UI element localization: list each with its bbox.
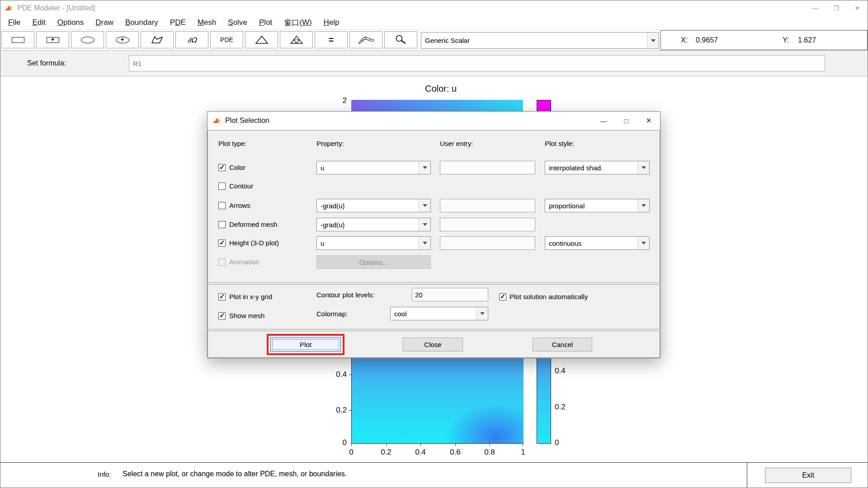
application-mode-dropdown[interactable]: Generic Scalar: [421, 32, 659, 49]
header-plot-style: Plot style:: [545, 140, 574, 147]
menu-solve[interactable]: Solve: [222, 16, 253, 29]
close-button[interactable]: ✕: [847, 0, 868, 16]
color-user-entry[interactable]: [440, 161, 535, 174]
colorbar-tick-label: 0: [555, 438, 559, 447]
arrows-property-dropdown[interactable]: -grad(u): [316, 199, 431, 212]
statusbar: Info: Select a new plot, or change mode …: [0, 462, 868, 488]
menu-pde[interactable]: PDE: [164, 16, 192, 29]
menu-options[interactable]: Options: [52, 16, 90, 29]
dropdown-value: interpolated shad.: [545, 161, 637, 174]
arrows-style-dropdown[interactable]: proportional: [545, 199, 650, 212]
set-formula-bar: Set formula:: [0, 50, 868, 76]
arrows-user-entry[interactable]: [440, 199, 535, 212]
chevron-down-icon[interactable]: [419, 199, 430, 212]
exit-panel: Exit: [747, 463, 868, 488]
auto-plot-checkbox[interactable]: [499, 293, 506, 300]
y-tick-label: 0.2: [327, 406, 347, 415]
x-tick: [523, 444, 523, 446]
ellipse-icon: [81, 37, 94, 43]
height-property-dropdown[interactable]: u: [316, 236, 431, 250]
dropdown-value: continuous: [545, 237, 637, 249]
chevron-down-icon[interactable]: [647, 33, 659, 48]
deformed-mesh-checkbox[interactable]: [218, 221, 226, 228]
dialog-close-button[interactable]: ✕: [637, 112, 660, 130]
solve-pde-button[interactable]: =: [315, 31, 348, 48]
equals-icon: =: [329, 35, 334, 45]
plot-button[interactable]: Plot: [270, 338, 341, 352]
dropdown-value: u: [317, 161, 419, 174]
menu-draw[interactable]: Draw: [90, 16, 119, 29]
chevron-down-icon[interactable]: [419, 218, 430, 231]
refine-mesh-button[interactable]: [280, 31, 313, 48]
chevron-down-icon[interactable]: [637, 237, 649, 249]
surface-plot-icon: [358, 34, 375, 45]
dropdown-value: cool: [391, 307, 476, 320]
x-tick: [386, 444, 387, 446]
rectangle-icon: [12, 37, 24, 43]
initialize-mesh-button[interactable]: [245, 31, 278, 48]
xy-grid-checkbox[interactable]: [218, 293, 226, 300]
chevron-down-icon[interactable]: [476, 307, 488, 320]
chevron-down-icon[interactable]: [637, 161, 649, 174]
dialog-minimize-button[interactable]: —: [592, 112, 615, 130]
draw-polygon-button[interactable]: [141, 31, 174, 48]
height-user-entry[interactable]: [440, 236, 535, 250]
menu-mesh[interactable]: Mesh: [192, 16, 222, 29]
menu-boundary[interactable]: Boundary: [119, 16, 164, 29]
height-style-dropdown[interactable]: continuous: [545, 236, 650, 250]
color-style-dropdown[interactable]: interpolated shad.: [545, 161, 650, 174]
animation-options-button: Options...: [316, 255, 431, 269]
minimize-button[interactable]: —: [805, 0, 826, 16]
menubar: File Edit Options Draw Boundary PDE Mesh…: [0, 16, 868, 29]
boundary-mode-button[interactable]: ∂Ω: [175, 31, 208, 48]
deformed-mesh-property-dropdown[interactable]: -grad(u): [316, 218, 431, 231]
deformed-mesh-user-entry[interactable]: [440, 218, 535, 231]
colorbar-tick-label: 0.4: [555, 366, 566, 375]
cancel-button[interactable]: Cancel: [533, 338, 592, 352]
show-mesh-checkbox[interactable]: [218, 312, 226, 319]
color-property-dropdown[interactable]: u: [316, 161, 431, 174]
menu-file[interactable]: File: [2, 16, 26, 29]
x-tick: [455, 444, 456, 446]
draw-ellipse-centered-button[interactable]: [106, 31, 139, 48]
close-button-dialog[interactable]: Close: [403, 338, 463, 352]
contour-checkbox[interactable]: [218, 183, 226, 190]
dropdown-value: u: [317, 237, 419, 249]
header-plot-type: Plot type:: [218, 140, 247, 147]
set-formula-label: Set formula:: [27, 59, 66, 67]
draw-rectangle-centered-button[interactable]: [36, 31, 69, 48]
maximize-button[interactable]: ❐: [826, 0, 847, 16]
draw-ellipse-button[interactable]: [71, 31, 104, 48]
ellipse-plus-icon: [116, 37, 129, 43]
set-formula-input[interactable]: [129, 55, 825, 71]
menu-help[interactable]: Help: [318, 16, 345, 29]
auto-plot-label: Plot solution automatically: [509, 293, 588, 300]
chevron-down-icon[interactable]: [637, 199, 649, 212]
colormap-label: Colormap:: [316, 310, 348, 318]
x-tick: [351, 444, 352, 446]
menu-window[interactable]: 窗口(W): [278, 16, 317, 29]
window-titlebar: PDE Modeler - [Untitled] — ❐ ✕: [0, 0, 868, 16]
draw-rectangle-button[interactable]: [1, 31, 34, 48]
pde-mode-button[interactable]: PDE: [210, 31, 243, 48]
height-3d-checkbox[interactable]: [218, 239, 226, 247]
dialog-maximize-button[interactable]: □: [615, 112, 637, 130]
menu-plot[interactable]: Plot: [253, 16, 278, 29]
color-checkbox[interactable]: [218, 164, 226, 171]
chevron-down-icon[interactable]: [419, 161, 430, 174]
chevron-down-icon[interactable]: [419, 237, 430, 249]
arrows-checkbox[interactable]: [218, 202, 226, 209]
contour-label: Contour: [229, 182, 253, 190]
colormap-dropdown[interactable]: cool: [390, 307, 488, 320]
dialog-titlebar[interactable]: Plot Selection — □ ✕: [208, 112, 660, 130]
zoom-button[interactable]: [384, 31, 417, 48]
pde-icon: PDE: [220, 36, 233, 43]
plot-3d-button[interactable]: [349, 31, 382, 48]
triangle-icon: [255, 35, 269, 45]
header-user-entry: User entry:: [440, 140, 473, 147]
contour-levels-input[interactable]: [412, 288, 488, 301]
menu-edit[interactable]: Edit: [26, 16, 51, 29]
rectangle-plus-icon: [47, 37, 59, 43]
exit-button[interactable]: Exit: [765, 468, 851, 483]
polygon-icon: [151, 35, 164, 45]
